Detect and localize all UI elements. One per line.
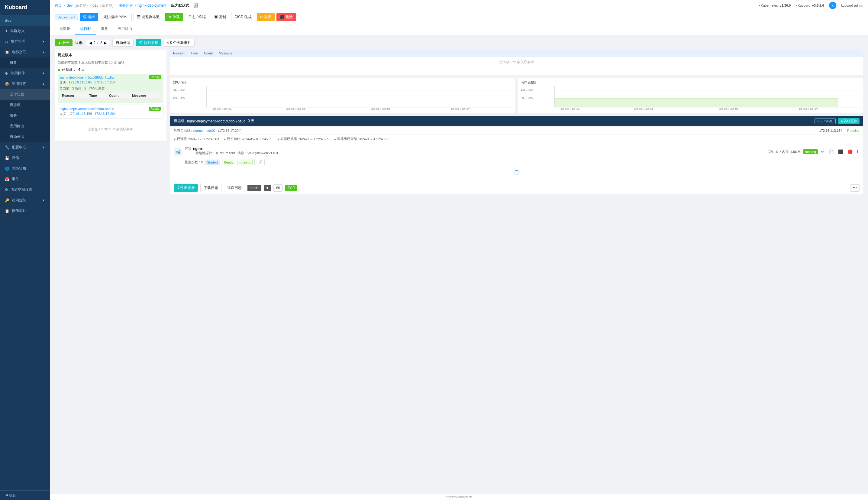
svg-text:2.0: 2.0 xyxy=(521,89,533,91)
delete-button[interactable]: ⬛ 删除 xyxy=(276,13,296,21)
temporary-button[interactable]: ⏱ 暂时更楼 xyxy=(136,39,161,46)
mem-chart-area: 2.0 1.0 23:21 23:23 23:25 23:27 xyxy=(521,86,861,110)
pod-monitor-button[interactable]: 容器组监控 xyxy=(838,118,859,124)
bash-button[interactable]: bash xyxy=(247,185,261,191)
replica-name-2[interactable]: nginx-deployment-6ccc5f8fdb-8d59c xyxy=(60,107,147,111)
container-actions: 文件浏览器 下载日志 追踪日志 bash ▼ 80 TCP ••• xyxy=(170,181,863,194)
user-avatar[interactable]: K xyxy=(829,2,836,9)
sidebar-item-ops[interactable]: ⚙ 常用操作 ▼ xyxy=(0,68,50,79)
pod-yaml-button[interactable]: Pod YAML xyxy=(814,118,836,124)
container-log-icon[interactable]: 📄 xyxy=(828,149,835,155)
container-name: nginx xyxy=(193,147,203,151)
events-button[interactable]: ○ 0 个关联事件 xyxy=(164,39,195,47)
current-days: 4 天 xyxy=(78,67,85,72)
autoexpand-button[interactable]: 自动伸缩 xyxy=(112,39,134,47)
node-name[interactable]: k8s-normal-node01 xyxy=(187,129,216,133)
sidebar-item-ingress[interactable]: 应用路由 xyxy=(0,121,50,132)
tcp-button[interactable]: TCP xyxy=(285,185,297,191)
tab-metadata[interactable]: 元数据 xyxy=(55,23,75,35)
breadcrumb-dev1[interactable]: dev xyxy=(67,3,72,8)
replica-status-1: Ready xyxy=(149,75,161,79)
sidebar-item-access[interactable]: 🔑 访问控制 ▼ xyxy=(0,195,50,206)
replica-name-1[interactable]: nginx-deployment-6ccc5f8fdb-7pz5g xyxy=(60,76,148,79)
sidebar-item-storage[interactable]: 💾 存储 xyxy=(0,153,50,163)
content-area: ▲ 服开 状态: ◀ 2 / 2 ▶ 自动伸缩 ⏱ 暂时更楼 ○ 0 个关联事件… xyxy=(50,35,868,494)
container-chart-loading xyxy=(174,167,859,178)
container-icon: 🐋 xyxy=(174,148,182,156)
restart-button[interactable]: ⟳ 重启 xyxy=(257,13,275,21)
yaml-edit-button[interactable]: 规法编辑 YAML xyxy=(100,13,132,21)
config-icon: 🔧 xyxy=(5,145,9,150)
sidebar-item-overview[interactable]: 概要 xyxy=(0,57,50,68)
copy-button[interactable]: ▣ 复制 xyxy=(211,13,229,21)
breadcrumb-action: 应为默认式 xyxy=(171,3,189,8)
log-button[interactable]: 日志 / 终端 xyxy=(185,13,209,21)
svg-text:23:23: 23:23 xyxy=(634,108,654,110)
cluster-icon: 🗂 xyxy=(5,39,9,44)
sidebar: Kuboard dev ⬆ 集群导入 🗂 集群管理 ▼ 🔲 名称空间 ▲ 概要 … xyxy=(0,0,50,500)
action-bar: Deployment 查 编辑 规法编辑 YAML ☰ 调整副本数 ❖ 伴载 日… xyxy=(50,11,868,23)
sidebar-item-service[interactable]: 服务 xyxy=(0,110,50,121)
container-terminal-icon[interactable]: ⬛ xyxy=(837,149,844,155)
replica-ip2-1: 172.16.17.204 xyxy=(94,80,115,85)
container-info-icon[interactable]: ℹ xyxy=(856,149,859,155)
sidebar-item-event[interactable]: 📅 事件 xyxy=(0,174,50,184)
node-ip: 172.16.113.164 xyxy=(819,129,842,133)
file-browser-button[interactable]: 文件浏览器 xyxy=(174,184,198,192)
right-panel: Reason Time Count Message 没有该 Pod 的关联事件 … xyxy=(170,49,863,194)
app-icon: 📦 xyxy=(5,82,9,86)
sidebar-item-workload[interactable]: 工作负载 xyxy=(0,89,50,100)
sidebar-item-app[interactable]: 📦 应用程序 ▲ xyxy=(0,79,50,89)
sidebar-item-ns-settings[interactable]: ⚙ 名称空间设置 xyxy=(0,184,50,195)
breadcrumb-home[interactable]: 首页 xyxy=(55,3,62,8)
sidebar-item-cluster[interactable]: 🗂 集群管理 ▼ xyxy=(0,36,50,47)
pod-card: 容器组 nginx-deployment-6ccc5f8fdb-7pz5g 3 … xyxy=(170,116,863,194)
download-log-button[interactable]: 下载日志 xyxy=(200,184,221,192)
sidebar-item-network[interactable]: 🌐 网络策略 xyxy=(0,163,50,174)
svg-text:23:21: 23:21 xyxy=(560,108,580,110)
svg-text:0.5: 0.5 xyxy=(173,97,185,100)
events-reason-header: Reason xyxy=(173,52,185,55)
breadcrumb-deployment[interactable]: nginx-deployment xyxy=(138,3,166,8)
pod-node-row: 所在节点 k8s-normal-node01 (172.16.17.204) 1… xyxy=(170,126,863,135)
events-body: 没有该 Pod 的关联事件 xyxy=(170,57,863,75)
footer: https://kuboard.cn xyxy=(50,494,868,500)
container-row: 🐋 容器 nginx 就绪性探针：1PortPresent 镜像：ylc-ngi… xyxy=(170,143,863,181)
scale-button[interactable]: ☰ 调整副本数 xyxy=(134,13,163,21)
edit-button[interactable]: 查 编辑 xyxy=(80,13,98,21)
events-header: Reason Time Count Message xyxy=(170,49,863,57)
sidebar-item-pod[interactable]: 容器组 xyxy=(0,100,50,110)
svg-text:23:27: 23:27 xyxy=(450,108,471,110)
sidebar-item-autoscale[interactable]: 自动伸缩 xyxy=(0,132,50,142)
tab-runtime[interactable]: 运行时 xyxy=(75,23,96,35)
tab-ingress[interactable]: 应用路由 xyxy=(113,23,137,35)
sidebar-item-namespace[interactable]: 🔲 名称空间 ▲ xyxy=(0,47,50,57)
refresh-icon[interactable]: 🔄 xyxy=(193,3,198,8)
svg-text:23:23: 23:23 xyxy=(286,108,306,110)
container-edit-icon[interactable]: ✏ xyxy=(820,149,826,155)
more-actions-button[interactable]: ••• xyxy=(850,184,859,192)
tail-log-button[interactable]: 追踪日志 xyxy=(224,184,245,192)
breadcrumb-services[interactable]: 服务列表 xyxy=(118,3,133,8)
sidebar-item-audit[interactable]: 📋 操作审计 xyxy=(0,206,50,216)
container-refresh-icon[interactable]: 🔴 xyxy=(846,149,854,155)
breadcrumb-dev2[interactable]: dev xyxy=(92,3,98,8)
replica-yaml-1: YAML 差异 xyxy=(89,86,105,91)
sidebar-collapse-btn[interactable]: ◀ 收起 xyxy=(0,490,50,500)
badge-running-outline: running xyxy=(237,160,253,165)
port-80-button[interactable]: 80 xyxy=(274,184,283,192)
cicd-button[interactable]: CICD 集成 xyxy=(231,13,255,21)
replica-days-1: 3 天 xyxy=(60,80,66,85)
pod-name: nginx-deployment-6ccc5f8fdb-7pz5g xyxy=(187,119,245,123)
service-up-button[interactable]: ▲ 服开 xyxy=(55,39,72,46)
tab-service[interactable]: 服务 xyxy=(96,23,113,35)
bash-dropdown-button[interactable]: ▼ xyxy=(264,185,271,191)
current-label: 已创建： xyxy=(62,67,77,72)
sidebar-item-config[interactable]: 🔧 配置中心 ▼ xyxy=(0,142,50,153)
events-time-header: Time xyxy=(190,52,198,55)
pod-status: Running xyxy=(847,129,859,133)
history-meta: 当前副本集数 1 最大历史副本集数 10 之 编辑 xyxy=(58,60,163,65)
sidebar-item-import[interactable]: ⬆ 集群导入 xyxy=(0,26,50,36)
attach-button[interactable]: ❖ 伴载 xyxy=(165,13,183,21)
left-panel: 历史版本 当前副本集数 1 最大历史副本集数 10 之 编辑 已创建： 4 天 … xyxy=(55,49,166,194)
